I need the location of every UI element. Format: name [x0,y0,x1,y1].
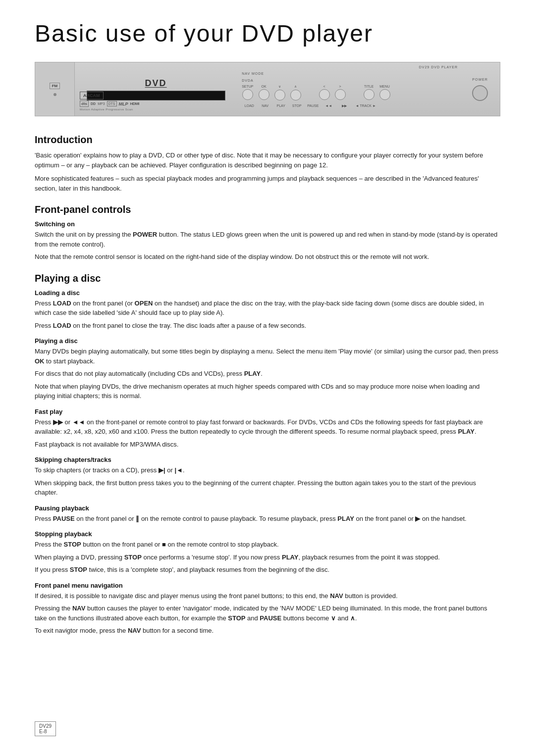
down-btn [274,90,285,101]
playing-disc-subsection: Playing a disc Many DVDs begin playing a… [35,337,500,401]
loading-disc-para-2: Press LOAD on the front panel to close t… [35,321,500,331]
front-panel-section: Front-panel controls Switching on Switch… [35,204,500,262]
hdmi-logo: HDMI [130,101,139,106]
setup-btn [242,89,253,100]
track-label: ◄ TRACK ► [355,104,376,107]
nav-mode-label: NAV MODE [242,72,264,75]
ok-btn-group: OK [259,85,269,100]
stopping-title: Stopping playback [35,530,500,538]
menu-label: MENU [379,85,390,88]
switching-on-para-2: Note that the remote control sensor is l… [35,252,500,262]
left-label: < [323,85,325,88]
introduction-para-1: 'Basic operation' explains how to play a… [35,151,500,170]
nav-para-1: If desired, it is possible to navigate d… [35,591,500,601]
pausing-body: Press PAUSE on the front panel or ‖ on t… [35,514,500,524]
stop-label: STOP [291,104,302,107]
right-btn [335,89,346,100]
fast-play-subsection: Fast play Press ▶▶ or ◄◄ on the front-pa… [35,408,500,450]
nav-subsection: Front panel menu navigation If desired, … [35,582,500,636]
switching-on-para-1: Switch the unit on by pressing the POWER… [35,230,500,249]
power-button [472,85,488,101]
power-label: POWER [472,78,487,81]
menu-btn [379,89,390,100]
arcam-badge: ARCAM [80,92,104,100]
skipping-para-1: To skip chapters (or tracks on a CD), pr… [35,465,500,475]
up-btn [290,90,301,101]
playing-disc-para-1: Many DVDs begin playing automatically, b… [35,347,500,366]
page-title: Basic use of your DVD player [35,20,500,47]
nav-title: Front panel menu navigation [35,582,500,589]
skipping-title: Skipping chapters/tracks [35,456,500,463]
dvd-power-area: POWER [460,62,500,116]
nav-para-2: Pressing the NAV button causes the playe… [35,604,500,623]
loading-disc-title: Loading a disc [35,289,500,297]
button-row-top: SETUP OK ∨ ∧ < [242,85,455,101]
setup-btn-group: SETUP [242,85,253,100]
title-label: TITLE [364,85,374,88]
play-label: PLAY [275,104,286,107]
dts96-logo: DTS [107,101,117,106]
fast-play-title: Fast play [35,408,500,415]
up-label: ∧ [294,85,297,89]
title-btn [364,89,374,100]
stopping-para-3: If you press STOP twice, this is a 'comp… [35,565,500,575]
loading-disc-body: Press LOAD on the front panel (or OPEN o… [35,299,500,331]
rewind-label: ◄◄ [323,104,334,107]
stopping-subsection: Stopping playback Press the STOP button … [35,530,500,575]
skipping-subsection: Skipping chapters/tracks To skip chapter… [35,456,500,498]
dvd-right-controls: NAV MODE DVDA SETUP OK ∨ ∧ [237,68,460,111]
front-panel-title: Front-panel controls [35,204,500,215]
up-btn-group: ∧ [290,85,301,101]
skipping-para-2: When skipping back, the first button pre… [35,478,500,498]
playing-disc-sub-title: Playing a disc [35,337,500,345]
right-label: > [339,85,341,88]
fast-play-para-1: Press ▶▶ or ◄◄ on the front-panel or rem… [35,417,500,437]
title-btn-group: TITLE [364,85,374,100]
fast-play-para-2: Fast playback is not available for MP3/W… [35,440,500,450]
left-btn [319,89,330,100]
ok-label: OK [261,85,266,88]
page-footer: DV29 E-8 [35,721,56,736]
playing-disc-para-3: Note that when playing DVDs, the drive m… [35,382,500,401]
dvda-label: DVDA [242,79,253,82]
mlp-logo: MLP [119,101,128,106]
fm-badge: FM [50,83,60,89]
switching-on-subsection: Switching on Switch the unit on by press… [35,220,500,262]
dvd-model-text: DV29 DVD PLAYER [419,65,458,69]
stopping-para-2: When playing a DVD, pressing STOP once p… [35,553,500,562]
pausing-title: Pausing playback [35,504,500,512]
switching-on-body: Switch the unit on by pressing the POWER… [35,230,500,262]
switching-on-title: Switching on [35,220,500,228]
nav-label: NAV [260,104,270,107]
dvd-logo: DVD [145,78,167,89]
arcam-branding: ARCAM dts DD MP3 DTS MLP HDMI Motion Ada… [80,92,139,111]
dvd-left-panel: FM [35,62,75,116]
footer-page: E-8 [39,729,52,734]
playing-disc-sub-body: Many DVDs begin playing automatically, b… [35,347,500,401]
dts-logo: dts [80,101,89,107]
pausing-para-1: Press PAUSE on the front panel or ‖ on t… [35,514,500,524]
playing-disc-title: Playing a disc [35,273,500,284]
playing-disc-para-2: For discs that do not play automatically… [35,369,500,379]
introduction-body: 'Basic operation' explains how to play a… [35,151,500,193]
setup-label: SETUP [242,85,253,88]
fast-play-body: Press ▶▶ or ◄◄ on the front-panel or rem… [35,417,500,450]
load-label: LOAD [244,104,255,107]
footer-model: DV29 [39,723,52,729]
right-btn-group: > [335,85,346,100]
motion-adaptive-text: Motion Adaptive Progressive Scan [80,108,133,111]
stopping-body: Press the STOP button on the front panel… [35,540,500,575]
playing-disc-section: Playing a disc Loading a disc Press LOAD… [35,273,500,636]
dolby-logo: DD [91,102,96,105]
logos-row: dts DD MP3 DTS MLP HDMI [80,101,139,107]
down-btn-group: ∨ [274,85,285,101]
down-label: ∨ [278,85,281,89]
introduction-title: Introduction [35,134,500,146]
nav-body: If desired, it is possible to navigate d… [35,591,500,636]
button-labels-bottom: LOAD NAV PLAY STOP PAUSE ◄◄ ▶▶ ◄ TRACK ► [242,104,455,108]
footer-box: DV29 E-8 [35,721,56,736]
skipping-body: To skip chapters (or tracks on a CD), pr… [35,465,500,498]
introduction-para-2: More sophisticated features – such as sp… [35,174,500,193]
loading-disc-subsection: Loading a disc Press LOAD on the front p… [35,289,500,331]
ok-btn [259,89,269,100]
